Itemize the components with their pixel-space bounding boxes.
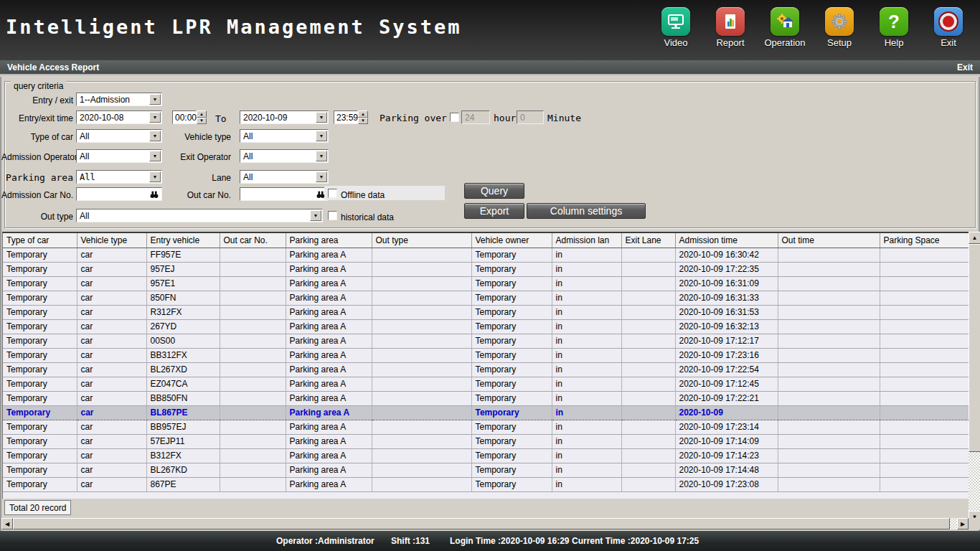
from-time-stepper[interactable]: ▲▼ [197, 110, 207, 124]
table-row[interactable]: Temporarycar00S00Parking area ATemporary… [3, 334, 969, 348]
to-date-select[interactable]: 2020-10-09 ▼ [240, 110, 329, 124]
table-row[interactable]: TemporarycarBL267XDParking area ATempora… [3, 362, 969, 377]
toolbar-item-setup[interactable]: Setup [812, 7, 867, 48]
chevron-down-icon[interactable]: ▼ [149, 112, 161, 123]
table-row[interactable]: TemporarycarR312FXParking area ATemporar… [3, 305, 969, 319]
column-header[interactable]: Out time [778, 233, 880, 248]
table-row[interactable]: Temporarycar267YDParking area ATemporary… [3, 319, 969, 334]
query-button[interactable]: Query [464, 183, 524, 199]
report-exit-button[interactable]: Exit [957, 62, 973, 72]
hscroll-track[interactable] [950, 518, 957, 529]
table-cell [778, 463, 880, 477]
spin-up-icon[interactable]: ▲ [358, 110, 368, 118]
column-header[interactable]: Vehicle type [77, 233, 146, 248]
table-row[interactable]: TemporarycarFF957EParking area ATemporar… [3, 248, 969, 262]
parking-area-value: All [80, 172, 95, 182]
table-cell: Temporary [471, 391, 552, 405]
export-button[interactable]: Export [464, 203, 524, 219]
horizontal-scrollbar[interactable]: ◀ ▶ [1, 518, 969, 529]
table-row[interactable]: TemporarycarBL267KDParking area ATempora… [3, 463, 969, 477]
admission-car-no-input[interactable] [76, 187, 162, 201]
chevron-down-icon[interactable]: ▼ [316, 131, 327, 141]
lane-select[interactable]: All ▼ [240, 170, 329, 184]
toolbar-item-operation[interactable]: Operation [758, 7, 812, 48]
scroll-right-icon[interactable]: ▶ [957, 518, 969, 529]
type-of-car-value: All [80, 131, 89, 141]
chevron-down-icon[interactable]: ▼ [316, 171, 327, 182]
out-type-value: All [80, 211, 89, 221]
column-header[interactable]: Out type [372, 233, 471, 248]
vscroll-thumb[interactable] [969, 244, 980, 452]
search-binoculars-icon[interactable] [149, 189, 159, 202]
chevron-down-icon[interactable]: ▼ [310, 210, 321, 221]
parking-over-checkbox[interactable] [450, 113, 459, 122]
vertical-scrollbar[interactable]: ▲ ▼ [969, 232, 980, 523]
out-car-no-input[interactable] [240, 187, 329, 201]
scroll-up-icon[interactable]: ▲ [969, 232, 980, 244]
table-row[interactable]: Temporarycar57EJP11Parking area ATempora… [3, 434, 969, 448]
toolbar-item-help[interactable]: ? Help [867, 7, 921, 48]
table-row[interactable]: Temporarycar957EJParking area ATemporary… [3, 262, 969, 276]
offline-data-checkbox[interactable] [328, 189, 337, 198]
from-date-select[interactable]: 2020-10-08 ▼ [76, 110, 162, 124]
table-row[interactable]: Temporarycar867PEParking area ATemporary… [3, 477, 969, 491]
column-header[interactable]: Out car No. [220, 233, 286, 248]
table-cell [372, 477, 471, 491]
table-row[interactable]: TemporarycarBL867PEParking area ATempora… [3, 405, 969, 420]
admission-operator-select[interactable]: All ▼ [76, 149, 162, 163]
column-header[interactable]: Admission time [675, 233, 778, 248]
parking-over-minute-input[interactable]: 0 [517, 110, 544, 124]
column-header[interactable]: Parking Space [880, 233, 969, 248]
toolbar-item-exit[interactable]: Exit [921, 7, 976, 48]
table-row[interactable]: TemporarycarBB957EJParking area ATempora… [3, 420, 969, 434]
column-header[interactable]: Exit Lane [621, 233, 675, 248]
table-cell [621, 463, 675, 477]
out-type-select[interactable]: All ▼ [76, 209, 323, 222]
to-time-input[interactable]: 23:59 [334, 110, 358, 124]
spin-up-icon[interactable]: ▲ [197, 110, 207, 118]
column-settings-button[interactable]: Column settings [527, 203, 646, 219]
table-cell: Temporary [3, 305, 77, 319]
spin-down-icon[interactable]: ▼ [197, 118, 207, 125]
table-cell: Parking area A [286, 434, 372, 448]
vehicle-type-select[interactable]: All ▼ [240, 129, 329, 143]
parking-over-hour-input[interactable]: 24 [461, 110, 490, 124]
from-time-input[interactable]: 00:00 [172, 110, 197, 124]
entry-exit-select[interactable]: 1--Admission ▼ [76, 93, 162, 106]
table-row[interactable]: TemporarycarB312FXParking area ATemporar… [3, 448, 969, 463]
column-header[interactable]: Admission lan [552, 233, 621, 248]
to-time-stepper[interactable]: ▲▼ [358, 110, 368, 124]
table-row[interactable]: Temporarycar850FNParking area ATemporary… [3, 291, 969, 305]
table-cell: car [77, 448, 146, 463]
table-cell: car [77, 405, 146, 420]
toolbar-item-report[interactable]: Report [703, 7, 758, 48]
table-row[interactable]: Temporarycar957E1Parking area ATemporary… [3, 276, 969, 291]
table-cell: car [77, 305, 146, 319]
chevron-down-icon[interactable]: ▼ [316, 151, 327, 161]
type-of-car-select[interactable]: All ▼ [76, 129, 162, 143]
chevron-down-icon[interactable]: ▼ [316, 112, 327, 123]
chevron-down-icon[interactable]: ▼ [149, 94, 161, 105]
exit-operator-select[interactable]: All ▼ [240, 149, 329, 163]
hscroll-thumb[interactable] [13, 518, 950, 529]
parking-area-select[interactable]: All ▼ [76, 170, 162, 184]
column-header[interactable]: Type of car [3, 233, 77, 248]
chevron-down-icon[interactable]: ▼ [149, 151, 161, 161]
spin-down-icon[interactable]: ▼ [358, 118, 368, 125]
toolbar-item-video[interactable]: Video [649, 7, 703, 48]
table-row[interactable]: TemporarycarBB312FXParking area ATempora… [3, 348, 969, 362]
historical-data-checkbox[interactable] [328, 211, 337, 220]
table-cell [621, 448, 675, 463]
table-cell: Parking area A [286, 291, 372, 305]
table-row[interactable]: TemporarycarEZ047CAParking area ATempora… [3, 377, 969, 391]
chevron-down-icon[interactable]: ▼ [149, 171, 161, 182]
chevron-down-icon[interactable]: ▼ [149, 131, 161, 141]
column-header[interactable]: Parking area [286, 233, 372, 248]
scroll-left-icon[interactable]: ◀ [1, 518, 13, 529]
column-header[interactable]: Vehicle owner [471, 233, 552, 248]
status-current-time: Current Time :2020-10-09 17:25 [572, 536, 699, 546]
table-row[interactable]: TemporarycarBB850FNParking area ATempora… [3, 391, 969, 405]
column-header[interactable]: Entry vehicle [146, 233, 220, 248]
table-cell [778, 477, 880, 491]
table-cell [372, 405, 471, 420]
